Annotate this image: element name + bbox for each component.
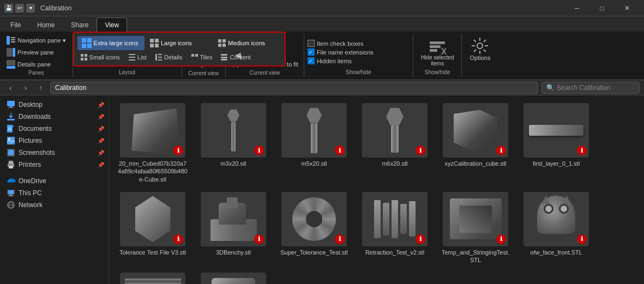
maximize-button[interactable]: □: [589, 0, 615, 16]
preview-pane-button[interactable]: Preview pane: [4, 47, 68, 58]
options-button[interactable]: Options: [466, 35, 493, 76]
details-pane-button[interactable]: Details pane: [4, 59, 68, 70]
show-hide-label: Show/hide: [308, 69, 410, 76]
file-thumb-m3: ℹ: [201, 103, 266, 158]
file-thumb-cube: ℹ: [120, 103, 185, 158]
sidebar-item-printers[interactable]: Printers 📌: [0, 159, 109, 171]
file-item-firstlayer[interactable]: ℹ first_layer_0_1.stl: [518, 101, 594, 185]
svg-rect-74: [8, 150, 14, 155]
content-option[interactable]: Content: [218, 52, 254, 62]
file-item-tower[interactable]: ℹ SmartTemperatureTower_PLA_Plus_195-235…: [115, 270, 191, 284]
ribbon: File Home Share View Navigation pane ▾ P…: [0, 16, 644, 80]
list-option[interactable]: List: [125, 52, 150, 62]
forward-button[interactable]: ›: [20, 82, 32, 94]
undo-icon[interactable]: ↩: [15, 4, 24, 13]
quick-access-dropdown-icon[interactable]: ▾: [26, 4, 35, 13]
info-badge: ℹ: [577, 146, 587, 155]
sidebar-item-desktop[interactable]: Desktop 📌: [0, 99, 109, 111]
file-thumb-tolerance: ℹ: [120, 192, 185, 246]
hide-selected-section: Hide selecteditems Show/hide: [413, 34, 462, 77]
item-checkboxes-toggle[interactable]: Item check boxes: [308, 40, 374, 47]
file-item-xyz[interactable]: ℹ xyzCalibration_cube.stl: [437, 101, 514, 185]
layout-bottom-rows: Small icons List Details Tiles: [77, 52, 281, 62]
tab-view[interactable]: View: [97, 17, 127, 32]
save-icon[interactable]: 💾: [4, 4, 13, 13]
svg-line-62: [474, 50, 476, 52]
sidebar-item-network[interactable]: Network: [0, 199, 109, 211]
file-item-supertolerance[interactable]: ℹ Super_Tolerance_Test.stl: [276, 190, 352, 267]
hidden-items-cb[interactable]: [308, 57, 315, 64]
content-label: Content: [230, 54, 251, 61]
search-icon: 🔍: [546, 84, 555, 92]
back-button[interactable]: ‹: [4, 82, 16, 94]
sidebar-item-screenshots[interactable]: Screenshots 📌: [0, 147, 109, 159]
svg-rect-17: [222, 39, 226, 43]
tiles-option[interactable]: Tiles: [188, 52, 216, 62]
hidden-items-toggle[interactable]: Hidden items: [308, 57, 374, 64]
info-badge: ℹ: [335, 234, 345, 244]
close-button[interactable]: ✕: [615, 0, 640, 16]
desktop-label: Desktop: [19, 101, 43, 108]
tab-home[interactable]: Home: [29, 17, 63, 32]
svg-line-61: [484, 40, 486, 42]
small-icons-option[interactable]: Small icons: [77, 52, 123, 62]
file-extensions-cb[interactable]: [308, 49, 315, 56]
extra-large-label: Extra large icons: [94, 40, 139, 46]
file-item-m6[interactable]: ℹ m6x20.stl: [357, 101, 433, 185]
file-thumb-xyz: ℹ: [443, 103, 508, 158]
printers-pin: 📌: [98, 162, 104, 168]
details-option[interactable]: Details: [152, 52, 186, 62]
downloads-icon: [7, 112, 15, 121]
tab-share[interactable]: Share: [63, 17, 97, 32]
navigation-pane-button[interactable]: Navigation pane ▾: [4, 35, 68, 46]
file-name-m6: m6x20.stl: [382, 160, 407, 167]
screenshots-icon: [7, 148, 15, 157]
panes-section: Navigation pane ▾ Preview pane Details p…: [0, 34, 73, 77]
extra-large-icons-option[interactable]: Extra large icons: [77, 36, 145, 50]
sidebar-item-downloads[interactable]: Downloads 📌: [0, 111, 109, 123]
file-item-tolerance[interactable]: ℹ Tolerance Test File V3.stl: [115, 190, 191, 267]
svg-rect-18: [218, 44, 221, 47]
svg-rect-15: [155, 44, 159, 47]
hide-selected-section-label: Show/hide: [425, 69, 450, 76]
svg-marker-68: [13, 125, 15, 127]
small-icons-label: Small icons: [89, 54, 120, 61]
up-button[interactable]: ↑: [35, 82, 47, 94]
file-thumb-m6: ℹ: [362, 103, 428, 158]
hide-selected-button[interactable]: Hide selecteditems: [418, 35, 458, 69]
info-badge: ℹ: [254, 234, 264, 244]
svg-rect-35: [221, 59, 227, 61]
svg-rect-21: [85, 54, 87, 57]
sidebar-item-pictures[interactable]: Pictures 📌: [0, 135, 109, 147]
file-item-retraction[interactable]: ℹ Retraction_Test_v2.stl: [357, 190, 433, 267]
file-item-calcube[interactable]: ℹ CalibrationCube_v2.stl: [195, 270, 272, 284]
documents-icon: [7, 124, 15, 133]
minimize-button[interactable]: ─: [564, 0, 589, 16]
file-item-m5[interactable]: ℹ m5x20.stl: [276, 101, 352, 185]
thispc-label: This PC: [19, 189, 42, 197]
file-item-owl[interactable]: ℹ ofw_face_front.STL: [518, 190, 594, 267]
path-text: Calibration: [55, 84, 86, 92]
sidebar-item-onedrive[interactable]: OneDrive: [0, 175, 109, 187]
large-icons-label: Large icons: [161, 40, 192, 46]
svg-rect-6: [7, 60, 15, 65]
large-icons-option[interactable]: Large icons: [146, 36, 213, 50]
network-icon: [7, 201, 15, 209]
file-extensions-toggle[interactable]: File name extensions: [308, 49, 374, 56]
file-name-cube: 20_mm_Cubed07b320a74a89c4afaa80f65509b48…: [117, 160, 188, 183]
medium-icons-option[interactable]: Medium icons: [214, 36, 281, 50]
info-badge: ℹ: [496, 234, 506, 244]
sidebar-item-documents[interactable]: Documents 📌: [0, 123, 109, 135]
svg-rect-26: [129, 59, 135, 61]
tab-file[interactable]: File: [2, 17, 29, 32]
file-item-cube[interactable]: ℹ 20_mm_Cubed07b320a74a89c4afaa80f65509b…: [115, 101, 191, 185]
info-badge: ℹ: [416, 234, 425, 244]
ribbon-tabs: File Home Share View: [0, 16, 644, 32]
search-box[interactable]: 🔍 Search Calibration: [541, 82, 640, 94]
file-item-benchy[interactable]: ℹ 3DBenchy.stl: [195, 190, 272, 267]
file-item-temp[interactable]: ℹ Temp_and_StringingTest.STL: [437, 190, 514, 267]
sidebar-item-thispc[interactable]: This PC: [0, 187, 109, 199]
item-checkboxes-cb[interactable]: [308, 40, 315, 47]
file-item-m3[interactable]: ℹ m3x20.stl: [195, 101, 272, 185]
address-path[interactable]: Calibration: [50, 82, 538, 94]
